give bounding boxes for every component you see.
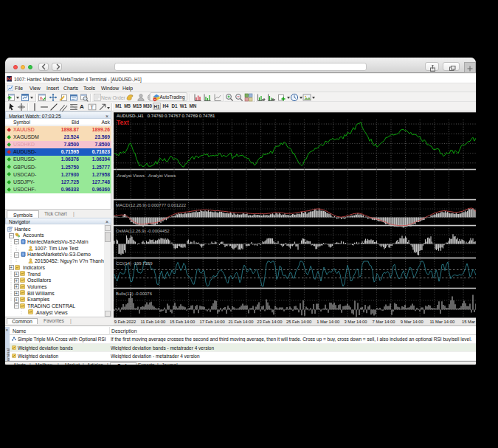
svg-text:11 Feb 14:00: 11 Feb 14:00 bbox=[140, 320, 165, 324]
svg-text:.Analyst Views .Analyst Views: .Analyst Views .Analyst Views bbox=[116, 173, 176, 178]
svg-text:21 Feb 14:00: 21 Feb 14:00 bbox=[228, 320, 253, 324]
svg-text:Text: Text bbox=[117, 119, 129, 126]
svg-text:3 Mar 14:00: 3 Mar 14:00 bbox=[345, 320, 367, 324]
svg-text:25 Feb 14:00: 25 Feb 14:00 bbox=[286, 320, 311, 324]
svg-text:15 Feb 14:00: 15 Feb 14:00 bbox=[170, 320, 195, 324]
svg-text:CCI(14) -199.7259: CCI(14) -199.7259 bbox=[116, 261, 153, 266]
svg-text:23 Feb 14:00: 23 Feb 14:00 bbox=[257, 320, 282, 324]
svg-text:9 Feb 2022: 9 Feb 2022 bbox=[114, 320, 136, 324]
svg-text:11 Mar 14:00: 11 Mar 14:00 bbox=[429, 320, 454, 324]
svg-text:9 Mar 14:00: 9 Mar 14:00 bbox=[401, 320, 423, 324]
svg-text:15 Mar 14:00: 15 Mar 14:00 bbox=[462, 320, 476, 324]
svg-text:MACD(12,26,9) 0.000777 0.00122: MACD(12,26,9) 0.000777 0.001222 bbox=[116, 203, 187, 207]
svg-text:7 Mar 14:00: 7 Mar 14:00 bbox=[373, 320, 395, 324]
svg-text:AUDUSD-,H1 0.74760 0.74767 0: AUDUSD-,H1 0.74760 0.74767 0.74769 0.747… bbox=[117, 114, 215, 118]
svg-text:T: T bbox=[90, 103, 94, 110]
svg-text:OsMA(12,26,9) -0.0004452: OsMA(12,26,9) -0.0004452 bbox=[116, 229, 170, 233]
svg-text:Bulls(13) -0.00076: Bulls(13) -0.00076 bbox=[116, 292, 153, 296]
svg-text:17 Feb 14:00: 17 Feb 14:00 bbox=[200, 320, 225, 324]
svg-text:1 Mar 14:00: 1 Mar 14:00 bbox=[317, 320, 339, 324]
